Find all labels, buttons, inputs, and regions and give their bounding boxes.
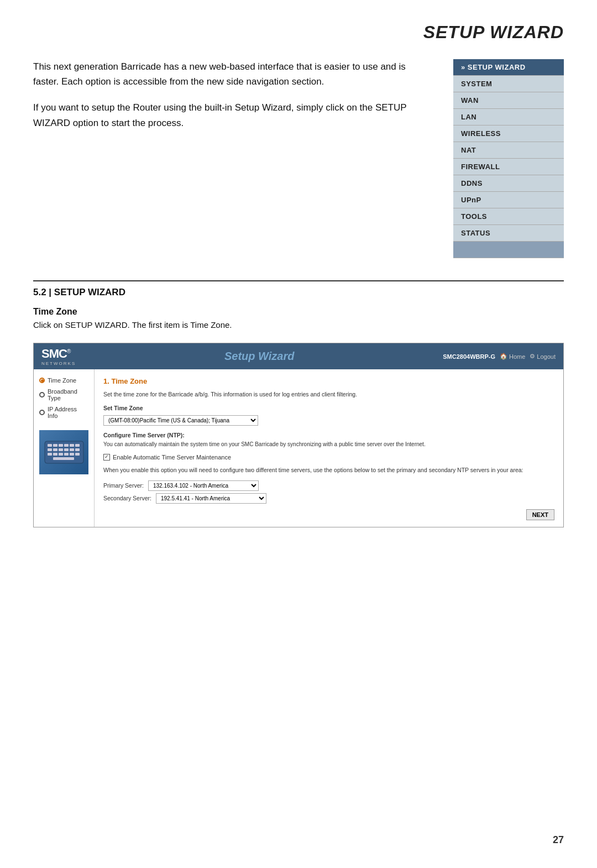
primary-server-label: Primary Server: <box>103 482 144 490</box>
side-nav-item-tools[interactable]: TOOLS <box>453 208 564 225</box>
enable-checkbox[interactable]: ✓ <box>103 454 110 461</box>
side-nav-item-nat[interactable]: NAT <box>453 142 564 159</box>
svg-rect-13 <box>48 453 52 456</box>
primary-server-select[interactable]: 132.163.4.102 - North America <box>148 480 259 491</box>
top-section: This next generation Barricade has a new… <box>33 59 564 258</box>
svg-rect-12 <box>75 448 80 451</box>
home-icon: 🏠 <box>500 353 507 360</box>
section-heading: 5.2 | SETUP WIZARD <box>33 280 564 298</box>
svg-rect-10 <box>64 448 69 451</box>
side-nav-item-status[interactable]: STATUS <box>453 225 564 242</box>
browser-mockup: SMC® Networks Setup Wizard SMC2804WBRP-G… <box>33 343 564 527</box>
set-time-zone-label: Set Time Zone <box>103 404 554 413</box>
browser-body: Time Zone Broadband Type IP Address Info <box>34 369 563 527</box>
side-nav-item-ddns[interactable]: DDNS <box>453 175 564 192</box>
page-number: 27 <box>553 834 564 846</box>
side-nav: » SETUP WIZARD SYSTEM WAN LAN WIRELESS N… <box>453 59 564 258</box>
subsection-desc: Click on SETUP WIZARD. The first item is… <box>33 320 564 330</box>
keyboard-illustration <box>39 430 88 474</box>
logout-link[interactable]: ⚙ Logout <box>530 353 556 360</box>
radio-dot-ipaddress <box>39 410 45 415</box>
wizard-nav-timezone[interactable]: Time Zone <box>39 377 88 384</box>
wizard-nav-timezone-label: Time Zone <box>48 377 76 384</box>
side-nav-item-firewall[interactable]: FIREWALL <box>453 159 564 175</box>
svg-rect-16 <box>64 453 69 456</box>
svg-rect-11 <box>70 448 74 451</box>
configure-ntp-desc: You can automatically maintain the syste… <box>103 440 554 448</box>
svg-rect-14 <box>53 453 57 456</box>
next-button[interactable]: NEXT <box>526 509 554 520</box>
wizard-nav: Time Zone Broadband Type IP Address Info <box>34 369 95 527</box>
browser-title-area: Setup Wizard <box>76 350 443 363</box>
side-nav-item-upnp[interactable]: UPnP <box>453 192 564 208</box>
wizard-nav-ipaddress-label: IP Address Info <box>48 406 88 419</box>
primary-server-row: Primary Server: 132.163.4.102 - North Am… <box>103 480 554 491</box>
wizard-desc: Set the time zone for the Barricade a/b/… <box>103 390 554 399</box>
home-link[interactable]: 🏠 Home <box>500 353 525 360</box>
secondary-server-select[interactable]: 192.5.41.41 - North America <box>156 493 266 504</box>
svg-rect-7 <box>48 448 52 451</box>
browser-logo-text: SMC® <box>41 347 76 361</box>
svg-rect-4 <box>64 444 69 447</box>
wizard-section-title: 1. Time Zone <box>103 376 554 387</box>
browser-title: Setup Wizard <box>76 350 443 363</box>
radio-dot-timezone <box>39 378 45 383</box>
subsection-heading: Time Zone <box>33 307 564 317</box>
svg-rect-18 <box>75 453 80 456</box>
enable-checkbox-row: ✓ Enable Automatic Time Server Maintenan… <box>103 453 554 462</box>
svg-rect-5 <box>70 444 74 447</box>
enable-checkbox-label: Enable Automatic Time Server Maintenance <box>113 453 231 462</box>
intro-paragraph-1: This next generation Barricade has a new… <box>33 59 431 89</box>
side-nav-item-blank <box>453 242 564 258</box>
side-nav-item-wan[interactable]: WAN <box>453 92 564 109</box>
radio-dot-broadband <box>39 392 45 398</box>
svg-rect-9 <box>59 448 63 451</box>
browser-header: SMC® Networks Setup Wizard SMC2804WBRP-G… <box>34 343 563 369</box>
wizard-nav-broadband[interactable]: Broadband Type <box>39 388 88 401</box>
browser-logo-sub: Networks <box>41 361 76 366</box>
secondary-server-row: Secondary Server: 192.5.41.41 - North Am… <box>103 493 554 504</box>
browser-nav-links: SMC2804WBRP-G 🏠 Home ⚙ Logout <box>443 353 556 360</box>
secondary-server-label: Secondary Server: <box>103 494 151 503</box>
svg-rect-8 <box>53 448 57 451</box>
svg-rect-17 <box>70 453 74 456</box>
svg-rect-2 <box>53 444 57 447</box>
svg-rect-19 <box>53 457 74 460</box>
browser-device-name: SMC2804WBRP-G <box>443 353 495 360</box>
svg-rect-6 <box>75 444 80 447</box>
svg-rect-3 <box>59 444 63 447</box>
svg-rect-1 <box>48 444 52 447</box>
side-nav-item-wireless[interactable]: WIRELESS <box>453 126 564 142</box>
side-nav-item-system[interactable]: SYSTEM <box>453 76 564 92</box>
side-nav-item-setup-wizard[interactable]: » SETUP WIZARD <box>453 59 564 76</box>
page-title: SETUP WIZARD <box>33 22 564 43</box>
wizard-nav-broadband-label: Broadband Type <box>48 388 88 401</box>
wizard-content: 1. Time Zone Set the time zone for the B… <box>95 369 563 527</box>
svg-rect-15 <box>59 453 63 456</box>
timezone-select[interactable]: (GMT-08:00)Pacific Time (US & Canada); T… <box>103 415 258 426</box>
browser-logo: SMC® Networks <box>41 347 76 366</box>
ntp-desc: When you enable this option you will nee… <box>103 466 554 475</box>
logout-icon: ⚙ <box>530 353 535 360</box>
configure-ntp-label: Configure Time Server (NTP): <box>103 431 554 440</box>
side-nav-item-lan[interactable]: LAN <box>453 109 564 126</box>
intro-paragraph-2: If you want to setup the Router using th… <box>33 100 431 130</box>
wizard-nav-ipaddress[interactable]: IP Address Info <box>39 406 88 419</box>
intro-text: This next generation Barricade has a new… <box>33 59 431 258</box>
